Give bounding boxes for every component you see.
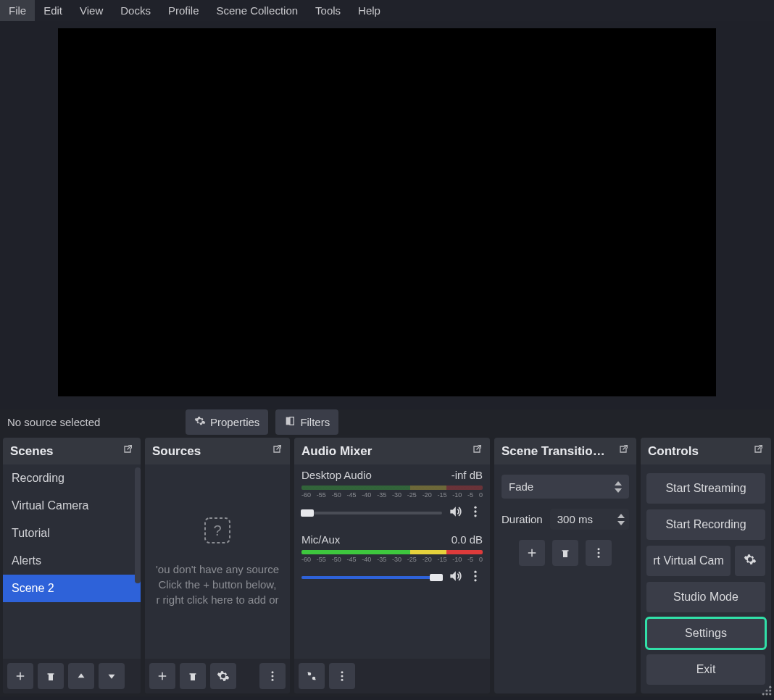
svg-point-15 [341,671,344,673]
sources-empty-line2: Click the + button below, [158,577,276,592]
audio-mixer-panel: Audio Mixer Desktop Audio -inf dB -60-55… [294,438,490,693]
preview-region [0,21,774,409]
scrollbar[interactable] [135,467,141,583]
scene-item[interactable]: Alerts [3,547,141,575]
svg-point-25 [769,689,771,691]
transition-selected: Fade [509,480,533,493]
start-recording-button[interactable]: Start Recording [646,509,765,540]
mixer-body: Desktop Audio -inf dB -60-55-50-45-40-35… [294,464,490,659]
sources-empty-line1: 'ou don't have any source [156,562,279,577]
menu-tools[interactable]: Tools [307,0,349,21]
popout-icon[interactable] [471,443,483,459]
scene-item[interactable]: Scene 2 [3,575,141,602]
gear-icon [744,553,757,569]
source-toolbar: No source selected Properties Filters [0,409,774,435]
scenes-list: Recording Virtual Camera Tutorial Alerts… [3,464,141,602]
studio-mode-button[interactable]: Studio Mode [646,582,765,612]
audio-meter [301,550,483,554]
svg-point-11 [474,575,476,577]
transition-select[interactable]: Fade [502,475,629,499]
source-menu-button[interactable] [259,663,286,689]
menu-file[interactable]: File [0,0,35,21]
popout-icon[interactable] [617,443,629,459]
sources-empty-state[interactable]: ? 'ou don't have any source Click the + … [145,464,290,659]
svg-point-19 [598,552,600,554]
scene-move-up-button[interactable] [68,663,94,689]
menu-scene-collection[interactable]: Scene Collection [208,0,307,21]
scene-item[interactable]: Tutorial [3,520,141,547]
source-properties-button[interactable] [210,663,236,689]
mixer-title: Audio Mixer [301,444,372,459]
filters-label: Filters [300,416,330,428]
scene-item[interactable]: Virtual Camera [3,492,141,520]
svg-point-6 [272,679,274,681]
scene-remove-button[interactable] [38,663,64,689]
controls-title: Controls [648,444,699,459]
sources-title: Sources [152,444,201,459]
exit-button[interactable]: Exit [646,654,765,685]
svg-point-7 [474,507,476,509]
preview-canvas[interactable] [58,28,716,396]
settings-button[interactable]: Settings [646,618,765,649]
duration-input[interactable]: 300 ms [550,509,629,530]
menu-help[interactable]: Help [349,0,389,21]
svg-rect-0 [286,417,290,425]
properties-button[interactable]: Properties [186,409,268,435]
menu-edit[interactable]: Edit [35,0,71,21]
svg-point-24 [769,686,771,688]
popout-icon[interactable] [752,443,764,459]
scene-move-down-button[interactable] [99,663,125,689]
resize-grip-icon[interactable] [761,685,773,699]
virtual-cam-settings-button[interactable] [735,546,765,576]
start-streaming-button[interactable]: Start Streaming [646,473,765,504]
scene-add-button[interactable] [7,663,33,689]
duration-value: 300 ms [557,513,593,525]
volume-slider[interactable] [301,576,442,579]
sources-empty-line3: r right click here to add or [156,592,278,607]
scene-item[interactable]: Recording [3,464,141,492]
svg-point-12 [474,579,476,581]
sources-panel: Sources ? 'ou don't have any source Clic… [145,438,290,693]
source-remove-button[interactable] [180,663,206,689]
speaker-icon[interactable] [448,569,462,586]
svg-rect-1 [290,417,294,425]
svg-text:?: ? [213,522,221,538]
speaker-icon[interactable] [448,504,462,522]
transition-remove-button[interactable] [552,540,578,566]
controls-panel: Controls Start Streaming Start Recording… [641,438,771,693]
svg-point-27 [769,693,771,695]
svg-point-16 [341,675,344,678]
track-name: Mic/Aux [301,533,340,546]
popout-icon[interactable] [122,443,133,459]
scenes-panel: Scenes Recording Virtual Camera Tutorial… [3,438,141,693]
updown-icon [617,514,625,525]
gear-icon [194,415,206,429]
meter-ticks: -60-55-50-45-40-35-30-25-20-15-10-50 [301,491,483,499]
track-menu-button[interactable] [468,569,483,586]
svg-point-10 [474,571,476,573]
menu-bar: File Edit View Docks Profile Scene Colle… [0,0,774,21]
source-add-button[interactable] [149,663,175,689]
popout-icon[interactable] [271,443,283,459]
transition-menu-button[interactable] [586,540,612,566]
menu-docks[interactable]: Docks [112,0,159,21]
svg-point-28 [765,693,767,695]
svg-point-29 [762,693,765,695]
status-bar: LIVE: 00:00:00 REC: 00:00:00 CPU: 0.0%, … [0,696,774,700]
svg-point-8 [474,510,476,512]
volume-slider[interactable] [301,512,442,514]
svg-point-18 [598,548,600,550]
mixer-menu-button[interactable] [329,663,355,689]
mixer-advanced-button[interactable] [299,663,325,689]
transitions-title: Scene Transitio… [502,444,605,459]
start-virtual-cam-button[interactable]: rt Virtual Cam [646,546,731,576]
filters-button[interactable]: Filters [275,409,338,435]
menu-profile[interactable]: Profile [159,0,208,21]
transition-add-button[interactable] [519,540,545,566]
track-menu-button[interactable] [468,504,483,522]
menu-view[interactable]: View [71,0,112,21]
track-level: -inf dB [452,469,483,481]
svg-point-17 [341,679,344,681]
question-icon: ? [203,516,232,562]
meter-ticks: -60-55-50-45-40-35-30-25-20-15-10-50 [301,556,483,563]
